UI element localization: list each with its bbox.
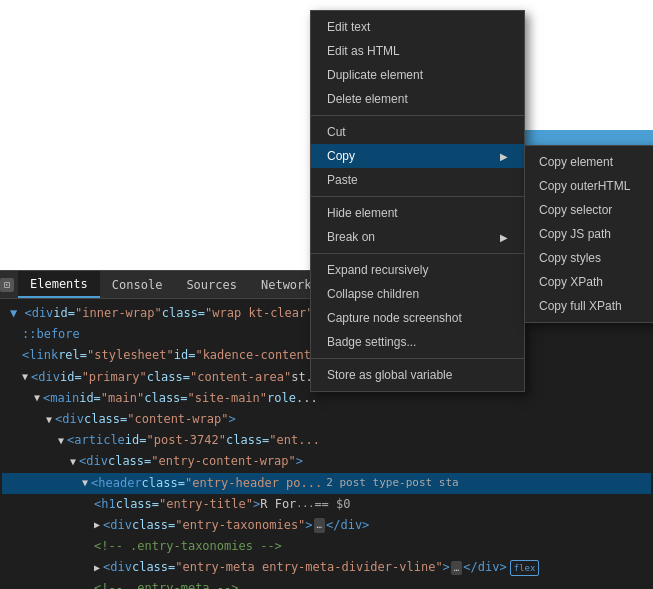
dom-line[interactable]: <!-- .entry-taxonomies --> — [2, 536, 651, 557]
submenu-copy-jspath[interactable]: Copy JS path — [525, 222, 653, 246]
break-on-arrow: ▶ — [500, 232, 508, 243]
menu-duplicate[interactable]: Duplicate element — [311, 63, 524, 87]
inspect-icon: ⊡ — [0, 278, 14, 292]
menu-store-global[interactable]: Store as global variable — [311, 363, 524, 387]
menu-break-on[interactable]: Break on ▶ — [311, 225, 524, 249]
submenu-arrow: ▶ — [500, 151, 508, 162]
menu-hide[interactable]: Hide element — [311, 201, 524, 225]
dom-line[interactable]: ▼<article id="post-3742" class="ent... — [2, 430, 651, 451]
submenu-copy-styles[interactable]: Copy styles — [525, 246, 653, 270]
menu-expand[interactable]: Expand recursively — [311, 258, 524, 282]
dom-line[interactable]: ▼<div class="entry-content-wrap"> — [2, 451, 651, 472]
menu-separator-3 — [311, 253, 524, 254]
dom-line[interactable]: <h1 class="entry-title">R For ... == $0 — [2, 494, 651, 515]
menu-capture[interactable]: Capture node screenshot — [311, 306, 524, 330]
dom-line[interactable]: ▶<div class="entry-taxonomies">…</div> — [2, 515, 651, 536]
menu-edit-text[interactable]: Edit text — [311, 15, 524, 39]
submenu-copy-element[interactable]: Copy element — [525, 150, 653, 174]
menu-collapse[interactable]: Collapse children — [311, 282, 524, 306]
dom-line-selected[interactable]: ▼<header class="entry-header po... 2 pos… — [2, 473, 651, 494]
tab-sources[interactable]: Sources — [174, 271, 249, 298]
dom-line[interactable]: ▼<div class="content-wrap"> — [2, 409, 651, 430]
tab-console[interactable]: Console — [100, 271, 175, 298]
menu-delete[interactable]: Delete element — [311, 87, 524, 111]
tab-elements[interactable]: Elements — [18, 271, 100, 298]
menu-copy[interactable]: Copy ▶ — [311, 144, 524, 168]
flex-badge: flex — [510, 560, 540, 576]
menu-separator-2 — [311, 196, 524, 197]
submenu-copy-selector[interactable]: Copy selector — [525, 198, 653, 222]
submenu-copy-outerhtml[interactable]: Copy outerHTML — [525, 174, 653, 198]
dom-line[interactable]: <!-- .entry-meta --> — [2, 578, 651, 589]
submenu-copy-xpath[interactable]: Copy XPath — [525, 270, 653, 294]
menu-cut[interactable]: Cut — [311, 120, 524, 144]
menu-paste[interactable]: Paste — [311, 168, 524, 192]
menu-edit-html[interactable]: Edit as HTML — [311, 39, 524, 63]
menu-separator — [311, 115, 524, 116]
menu-separator-4 — [311, 358, 524, 359]
menu-badge[interactable]: Badge settings... — [311, 330, 524, 354]
submenu-copy-full-xpath[interactable]: Copy full XPath — [525, 294, 653, 318]
dom-line[interactable]: ▶<div class="entry-meta entry-meta-divid… — [2, 557, 651, 578]
submenu-copy: Copy element Copy outerHTML Copy selecto… — [524, 145, 653, 323]
context-menu: Edit text Edit as HTML Duplicate element… — [310, 10, 525, 392]
